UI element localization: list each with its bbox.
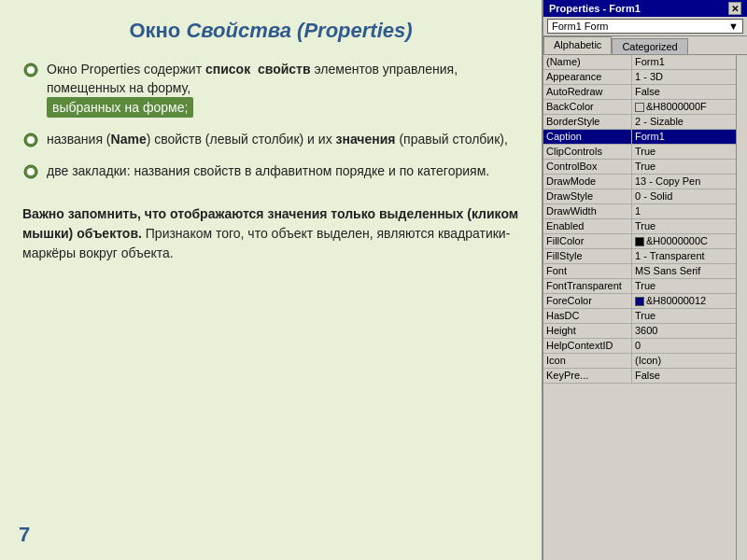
prop-value: 1 - Transparent xyxy=(632,249,736,263)
prop-value: 13 - Copy Pen xyxy=(632,175,736,189)
important-block: Важно запомнить, что отображаются значен… xyxy=(22,204,519,263)
prop-name: HasDC xyxy=(543,309,632,323)
table-row[interactable]: Height3600 xyxy=(543,324,736,339)
prop-value: 1 xyxy=(632,204,736,218)
table-row[interactable]: DrawStyle0 - Solid xyxy=(543,189,736,204)
prop-name: Appearance xyxy=(543,70,632,84)
bullet-icon-3 xyxy=(22,163,39,180)
prop-value: &H0000000C xyxy=(632,234,736,248)
bullet-text-2: названия (Name) свойств (левый столбик) … xyxy=(47,130,508,148)
svg-point-3 xyxy=(27,136,35,144)
tab-alphabetic[interactable]: Alphabetic xyxy=(543,36,612,54)
prop-value: Form1 xyxy=(632,130,736,144)
prop-value: False xyxy=(632,85,736,99)
page-title: Окно Свойства (Properties) xyxy=(22,19,519,43)
prop-name: ControlBox xyxy=(543,160,632,174)
prop-value: &H8000000F xyxy=(632,100,736,114)
prop-value: 0 - Solid xyxy=(632,189,736,203)
prop-name: (Name) xyxy=(543,55,632,69)
color-swatch xyxy=(635,103,644,112)
prop-name: KeyPre... xyxy=(543,369,632,383)
svg-point-1 xyxy=(27,66,35,74)
table-row[interactable]: HelpContextID0 xyxy=(543,339,736,354)
table-row[interactable]: FontMS Sans Serif xyxy=(543,264,736,279)
table-row[interactable]: DrawWidth1 xyxy=(543,204,736,219)
prop-value: True xyxy=(632,145,736,159)
panel-tabs: Alphabetic Categorized xyxy=(543,36,747,55)
table-row[interactable]: FontTransparentTrue xyxy=(543,279,736,294)
prop-name: Caption xyxy=(543,130,632,144)
prop-value: 3600 xyxy=(632,324,736,338)
prop-value: (Icon) xyxy=(632,354,736,368)
bullet-item-2: названия (Name) свойств (левый столбик) … xyxy=(22,130,519,148)
props-table: (Name)Form1Appearance1 - 3DAutoRedrawFal… xyxy=(543,55,736,560)
table-row[interactable]: DrawMode13 - Copy Pen xyxy=(543,175,736,189)
prop-value: True xyxy=(632,219,736,233)
prop-name: DrawWidth xyxy=(543,204,632,218)
prop-name: Icon xyxy=(543,354,632,368)
prop-value: 1 - 3D xyxy=(632,70,736,84)
bullet-text-3: две закладки: названия свойств в алфавит… xyxy=(47,161,489,180)
prop-name: DrawMode xyxy=(543,175,632,189)
prop-name: ClipControls xyxy=(543,145,632,159)
bullet-item-3: две закладки: названия свойств в алфавит… xyxy=(22,161,519,180)
table-row[interactable]: BorderStyle2 - Sizable xyxy=(543,115,736,130)
prop-value: Form1 xyxy=(632,55,736,69)
panel-close-button[interactable]: ✕ xyxy=(728,2,741,15)
prop-value: True xyxy=(632,279,736,293)
table-row[interactable]: KeyPre...False xyxy=(543,369,736,384)
bullet-item-1: Окно Properties содержит список свойств … xyxy=(22,60,519,117)
panel-object-dropdown[interactable]: Form1 Form ▼ xyxy=(547,19,743,34)
prop-value: MS Sans Serif xyxy=(632,264,736,278)
prop-name: AutoRedraw xyxy=(543,85,632,99)
prop-name: FillStyle xyxy=(543,249,632,263)
table-row[interactable]: CaptionForm1 xyxy=(543,130,736,145)
prop-value: False xyxy=(632,369,736,383)
prop-name: Enabled xyxy=(543,219,632,233)
color-swatch xyxy=(635,297,644,306)
table-row[interactable]: FillColor&H0000000C xyxy=(543,234,736,249)
main-content: Окно Свойства (Properties) Окно Properti… xyxy=(0,0,542,560)
prop-value: 2 - Sizable xyxy=(632,115,736,129)
color-swatch xyxy=(635,237,644,246)
prop-name: FillColor xyxy=(543,234,632,248)
bullet-icon-2 xyxy=(22,132,39,148)
table-row[interactable]: AutoRedrawFalse xyxy=(543,85,736,100)
table-row[interactable]: HasDCTrue xyxy=(543,309,736,324)
scrollbar[interactable] xyxy=(736,55,747,560)
prop-name: HelpContextID xyxy=(543,339,632,353)
table-row[interactable]: Icon(Icon) xyxy=(543,354,736,369)
page-number: 7 xyxy=(19,523,30,547)
prop-name: BackColor xyxy=(543,100,632,114)
table-row[interactable]: Appearance1 - 3D xyxy=(543,70,736,85)
table-row[interactable]: (Name)Form1 xyxy=(543,55,736,70)
table-row[interactable]: FillStyle1 - Transparent xyxy=(543,249,736,264)
table-row[interactable]: ClipControlsTrue xyxy=(543,145,736,160)
properties-panel: Properties - Form1 ✕ Form1 Form ▼ Alphab… xyxy=(542,0,747,560)
table-row[interactable]: ControlBoxTrue xyxy=(543,160,736,175)
prop-name: DrawStyle xyxy=(543,189,632,203)
bullet-icon-1 xyxy=(22,62,39,78)
table-row[interactable]: BackColor&H8000000F xyxy=(543,100,736,115)
prop-name: Font xyxy=(543,264,632,278)
panel-object-row: Form1 Form ▼ xyxy=(543,17,747,36)
table-row[interactable]: EnabledTrue xyxy=(543,219,736,234)
bullet-text-1: Окно Properties содержит список свойств … xyxy=(47,60,519,117)
svg-point-5 xyxy=(27,168,35,175)
prop-name: FontTransparent xyxy=(543,279,632,293)
prop-value: &H80000012 xyxy=(632,294,736,308)
tab-categorized[interactable]: Categorized xyxy=(612,38,687,54)
panel-title: Properties - Form1 xyxy=(549,3,641,14)
prop-name: BorderStyle xyxy=(543,115,632,129)
prop-value: True xyxy=(632,309,736,323)
prop-name: Height xyxy=(543,324,632,338)
prop-value: 0 xyxy=(632,339,736,353)
prop-value: True xyxy=(632,160,736,174)
prop-name: ForeColor xyxy=(543,294,632,308)
panel-title-bar: Properties - Form1 ✕ xyxy=(543,0,747,17)
table-row[interactable]: ForeColor&H80000012 xyxy=(543,294,736,309)
